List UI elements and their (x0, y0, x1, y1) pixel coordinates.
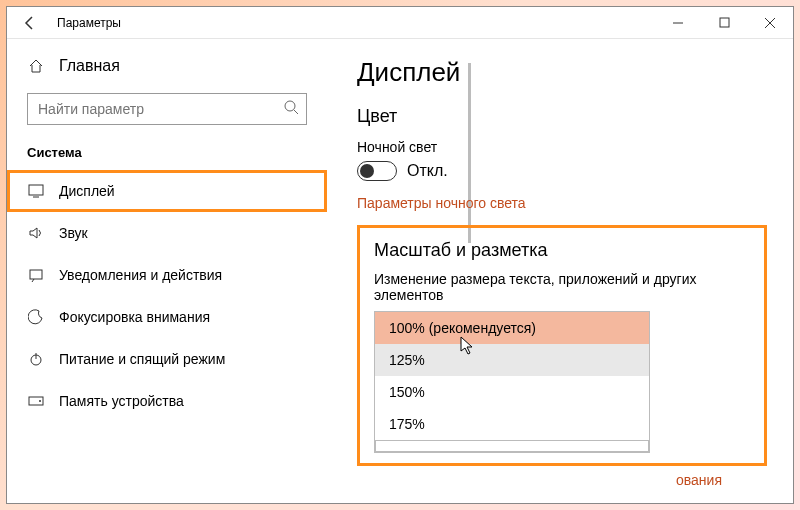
svg-line-5 (294, 110, 298, 114)
maximize-button[interactable] (701, 7, 747, 39)
scale-option[interactable]: 175% (375, 408, 649, 440)
back-button[interactable] (7, 7, 53, 39)
color-heading: Цвет (357, 106, 767, 127)
nav-label: Память устройства (59, 393, 184, 409)
scale-heading: Масштаб и разметка (374, 240, 750, 261)
minimize-button[interactable] (655, 7, 701, 39)
scale-dropdown[interactable]: 100% (рекомендуется) 125% 150% 175% (374, 311, 650, 453)
nav-label: Дисплей (59, 183, 115, 199)
power-icon (27, 351, 45, 367)
close-button[interactable] (747, 7, 793, 39)
dropdown-scrollbar[interactable] (375, 440, 649, 452)
svg-point-12 (39, 400, 41, 402)
nav-label: Питание и спящий режим (59, 351, 225, 367)
storage-icon (27, 395, 45, 407)
titlebar: Параметры (7, 7, 793, 39)
scale-option[interactable]: 100% (рекомендуется) (375, 312, 649, 344)
scale-option[interactable]: 125% (375, 344, 649, 376)
window-title: Параметры (53, 16, 121, 30)
home-nav[interactable]: Главная (7, 47, 327, 85)
sidebar-item-notifications[interactable]: Уведомления и действия (7, 254, 327, 296)
night-light-label: Ночной свет (357, 139, 767, 155)
main-panel: Дисплей Цвет Ночной свет Откл. Параметры… (327, 39, 793, 503)
nav-label: Фокусировка внимания (59, 309, 210, 325)
search-icon (283, 99, 299, 119)
display-icon (27, 184, 45, 198)
svg-rect-1 (720, 18, 729, 27)
scale-description: Изменение размера текста, приложений и д… (374, 271, 750, 303)
page-title: Дисплей (357, 57, 767, 88)
advanced-scaling-link-fragment[interactable]: ования (676, 472, 722, 488)
sidebar-item-focus[interactable]: Фокусировка внимания (7, 296, 327, 338)
home-label: Главная (59, 57, 120, 75)
night-light-settings-link[interactable]: Параметры ночного света (357, 195, 767, 211)
home-icon (27, 58, 45, 74)
toggle-state: Откл. (407, 162, 448, 180)
sidebar-item-sound[interactable]: Звук (7, 212, 327, 254)
sound-icon (27, 226, 45, 240)
svg-point-4 (285, 101, 295, 111)
nav-label: Уведомления и действия (59, 267, 222, 283)
svg-rect-6 (29, 185, 43, 195)
sidebar-item-storage[interactable]: Память устройства (7, 380, 327, 422)
notifications-icon (27, 268, 45, 282)
focus-icon (27, 309, 45, 325)
nav-label: Звук (59, 225, 88, 241)
night-light-toggle[interactable] (357, 161, 397, 181)
scale-section: Масштаб и разметка Изменение размера тек… (357, 225, 767, 466)
section-heading: Система (7, 139, 327, 170)
settings-window: Параметры Главная Систе (6, 6, 794, 504)
svg-rect-8 (30, 270, 42, 279)
scale-option[interactable]: 150% (375, 376, 649, 408)
sidebar: Главная Система Дисплей Звук Уведомления… (7, 39, 327, 503)
toggle-knob (360, 164, 374, 178)
search-input[interactable] (27, 93, 307, 125)
sidebar-item-display[interactable]: Дисплей (7, 170, 327, 212)
sidebar-item-power[interactable]: Питание и спящий режим (7, 338, 327, 380)
